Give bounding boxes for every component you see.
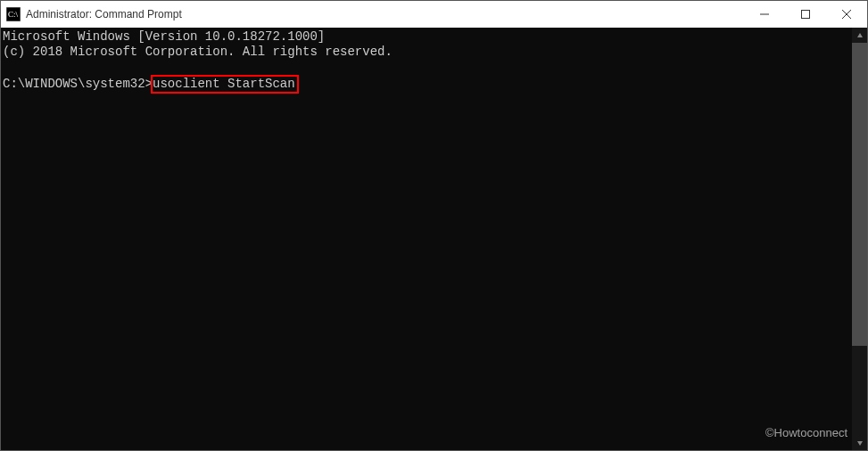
terminal-line: (c) 2018 Microsoft Corporation. All righ… [3, 45, 850, 60]
terminal-output[interactable]: Microsoft Windows [Version 10.0.18272.10… [1, 28, 852, 450]
typed-command: usoclient StartScan [153, 77, 295, 91]
window-title: Administrator: Command Prompt [26, 8, 182, 20]
maximize-button[interactable] [785, 1, 826, 28]
terminal-area: Microsoft Windows [Version 10.0.18272.10… [1, 28, 867, 450]
scroll-down-arrow-icon[interactable] [852, 435, 867, 450]
svg-rect-3 [802, 11, 810, 19]
terminal-line: Microsoft Windows [Version 10.0.18272.10… [3, 29, 850, 45]
svg-marker-6 [857, 33, 863, 37]
cmd-icon: C:\ [6, 7, 21, 21]
minimize-button[interactable] [744, 1, 785, 28]
svg-text:C:\: C:\ [8, 10, 19, 19]
scroll-thumb[interactable] [852, 43, 867, 346]
vertical-scrollbar[interactable] [852, 28, 867, 450]
titlebar-left: C:\ Administrator: Command Prompt [6, 7, 182, 21]
svg-marker-7 [857, 441, 863, 446]
window-controls [744, 1, 867, 28]
window: C:\ Administrator: Command Prompt Micros… [0, 0, 868, 451]
scroll-up-arrow-icon[interactable] [852, 28, 867, 43]
prompt-path: C:\WINDOWS\system32> [3, 77, 153, 91]
titlebar: C:\ Administrator: Command Prompt [1, 1, 867, 28]
terminal-prompt-line: C:\WINDOWS\system32>usoclient StartScan [3, 75, 850, 94]
command-highlight: usoclient StartScan [151, 75, 299, 94]
close-button[interactable] [826, 1, 867, 28]
terminal-line [3, 60, 850, 75]
